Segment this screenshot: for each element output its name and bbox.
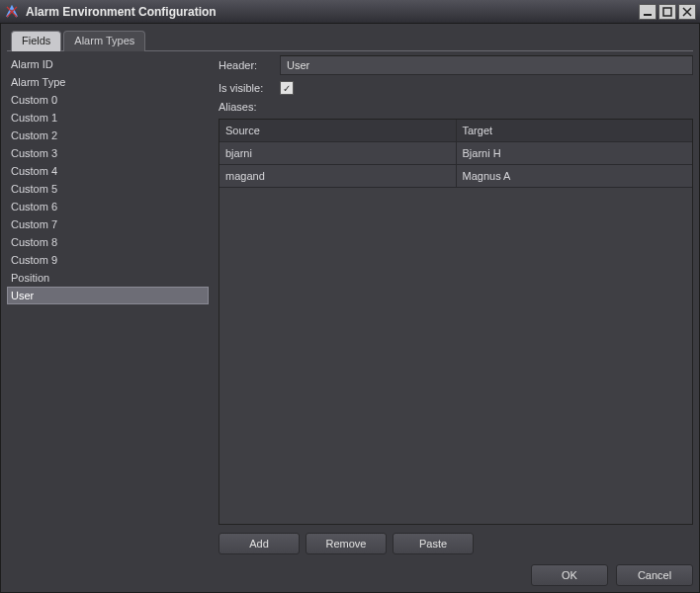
app-icon	[4, 4, 20, 20]
dialog-footer: OK Cancel	[7, 554, 693, 586]
field-item[interactable]: Custom 2	[7, 127, 209, 144]
svg-rect-1	[663, 8, 671, 16]
window-title: Alarm Environment Configuration	[26, 5, 639, 19]
aliases-label-row: Aliases:	[219, 101, 693, 113]
aliases-cell[interactable]: bjarni	[219, 142, 457, 164]
field-item[interactable]: Custom 9	[7, 251, 209, 269]
field-item[interactable]: Custom 0	[7, 91, 209, 109]
minimize-button[interactable]	[639, 4, 656, 20]
aliases-cell[interactable]: Bjarni H	[457, 142, 693, 164]
aliases-button-row: Add Remove Paste	[219, 533, 693, 554]
aliases-row[interactable]: bjarniBjarni H	[219, 142, 692, 165]
field-item[interactable]: Custom 5	[7, 180, 209, 198]
remove-button[interactable]: Remove	[306, 533, 387, 554]
field-item[interactable]: Alarm ID	[7, 55, 209, 73]
aliases-cell[interactable]: Magnus A	[457, 165, 693, 187]
header-input[interactable]	[280, 55, 693, 75]
aliases-header-row: SourceTarget	[219, 120, 692, 142]
tab-fields[interactable]: Fields	[11, 31, 61, 51]
is-visible-label: Is visible:	[219, 82, 280, 94]
paste-button[interactable]: Paste	[393, 533, 474, 554]
aliases-label: Aliases:	[219, 101, 280, 113]
tab-strip: FieldsAlarm Types	[7, 30, 693, 51]
ok-button[interactable]: OK	[531, 564, 608, 586]
field-item[interactable]: Custom 1	[7, 109, 209, 127]
add-button[interactable]: Add	[219, 533, 300, 554]
aliases-column-header[interactable]: Source	[219, 120, 457, 141]
field-item[interactable]: Position	[7, 269, 209, 287]
is-visible-row: Is visible: ✓	[219, 81, 693, 95]
field-item[interactable]: Alarm Type	[7, 73, 209, 91]
tab-content: Alarm IDAlarm TypeCustom 0Custom 1Custom…	[7, 51, 693, 554]
close-button[interactable]	[678, 4, 696, 20]
right-panel: Header: Is visible: ✓ Aliases: SourceTar…	[219, 55, 693, 554]
field-item[interactable]: Custom 7	[7, 215, 209, 233]
aliases-row[interactable]: magandMagnus A	[219, 165, 692, 188]
header-row: Header:	[219, 55, 693, 75]
aliases-body: bjarniBjarni HmagandMagnus A	[219, 142, 692, 524]
titlebar: Alarm Environment Configuration	[0, 0, 700, 24]
field-item[interactable]: Custom 6	[7, 198, 209, 215]
field-item[interactable]: Custom 8	[7, 233, 209, 251]
maximize-button[interactable]	[658, 4, 676, 20]
aliases-table: SourceTarget bjarniBjarni HmagandMagnus …	[219, 119, 693, 525]
aliases-column-header[interactable]: Target	[457, 120, 693, 141]
fields-list[interactable]: Alarm IDAlarm TypeCustom 0Custom 1Custom…	[7, 55, 209, 554]
field-item[interactable]: Custom 3	[7, 144, 209, 162]
header-label: Header:	[219, 59, 280, 71]
tab-alarm-types[interactable]: Alarm Types	[63, 31, 145, 51]
field-item[interactable]: Custom 4	[7, 162, 209, 180]
is-visible-checkbox[interactable]: ✓	[280, 81, 294, 95]
cancel-button[interactable]: Cancel	[616, 564, 693, 586]
aliases-cell[interactable]: magand	[219, 165, 457, 187]
field-item[interactable]: User	[7, 287, 209, 304]
window-controls	[639, 4, 696, 20]
window-body: FieldsAlarm Types Alarm IDAlarm TypeCust…	[0, 24, 700, 593]
